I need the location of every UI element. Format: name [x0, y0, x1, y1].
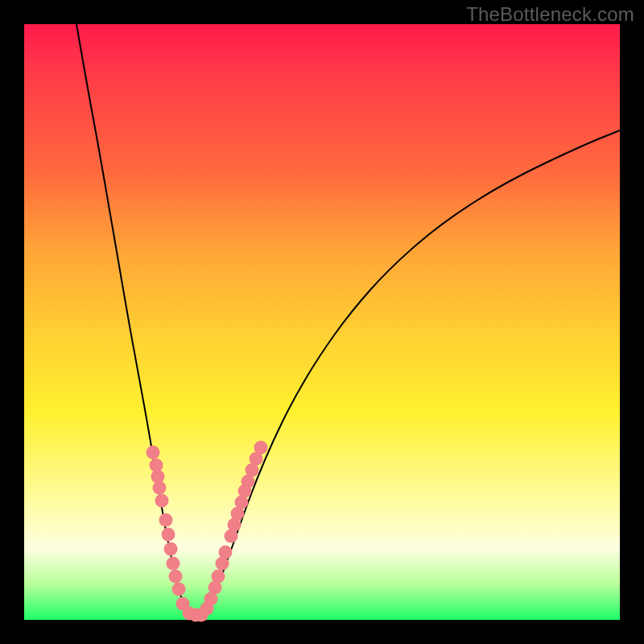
marker-point	[172, 583, 186, 597]
marker-group	[147, 441, 268, 622]
marker-point	[167, 557, 180, 571]
marker-point	[147, 446, 160, 460]
marker-point	[254, 441, 268, 455]
marker-point	[155, 494, 169, 508]
watermark-text: TheBottleneck.com	[466, 3, 634, 26]
curve-layer	[24, 24, 620, 620]
marker-point	[153, 481, 167, 495]
marker-point	[169, 570, 183, 584]
marker-point	[164, 543, 178, 556]
marker-point	[219, 546, 233, 559]
marker-point	[162, 528, 175, 542]
chart-frame: TheBottleneck.com	[0, 0, 644, 644]
right-curve	[205, 130, 620, 614]
marker-point	[159, 514, 173, 527]
marker-point	[212, 570, 225, 584]
plot-area	[24, 24, 620, 620]
